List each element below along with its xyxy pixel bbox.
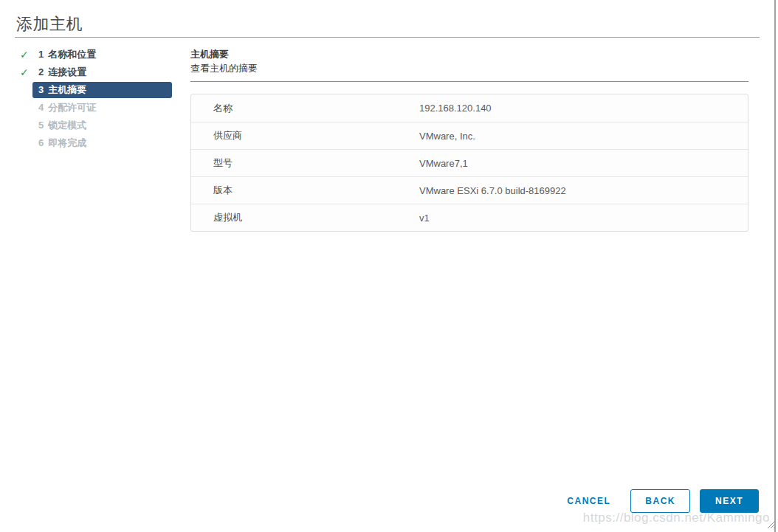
step-number: 1 xyxy=(38,49,44,61)
wizard-footer: CANCEL BACK NEXT xyxy=(564,489,759,513)
add-host-wizard-dialog: { "dialog": { "title": "添加主机", "watermar… xyxy=(0,0,778,532)
host-summary-table: 名称 192.168.120.140 供应商 VMware, Inc. 型号 V… xyxy=(190,94,748,232)
resize-handle-icon[interactable] xyxy=(766,519,776,529)
step-label: 连接设置 xyxy=(48,66,86,78)
row-value: VMware7,1 xyxy=(419,158,468,169)
csdn-watermark: https://blog.csdn.net/Kammingo xyxy=(583,511,770,525)
table-row-vendor: 供应商 VMware, Inc. xyxy=(191,122,748,149)
wizard-step-name-location[interactable]: ✓ 1 名称和位置 xyxy=(16,46,172,63)
step-label: 即将完成 xyxy=(48,137,86,149)
window-right-border xyxy=(774,0,776,532)
page-title: 添加主机 xyxy=(16,13,83,35)
step-label: 分配许可证 xyxy=(48,102,96,114)
panel-subheading: 查看主机的摘要 xyxy=(190,63,748,74)
table-row-version: 版本 VMware ESXi 6.7.0 build-8169922 xyxy=(191,176,748,204)
wizard-step-connection-settings[interactable]: ✓ 2 连接设置 xyxy=(16,63,172,81)
step-label: 主机摘要 xyxy=(48,84,86,96)
title-divider xyxy=(15,37,760,38)
row-label: 名称 xyxy=(191,102,419,115)
row-label: 虚拟机 xyxy=(191,211,419,224)
row-label: 型号 xyxy=(191,156,419,170)
panel-heading: 主机摘要 xyxy=(190,49,748,60)
row-label: 版本 xyxy=(191,184,419,197)
step-number: 2 xyxy=(38,66,44,78)
row-value: 192.168.120.140 xyxy=(419,103,492,114)
active-step-pill: 3 主机摘要 xyxy=(32,82,172,98)
row-label: 供应商 xyxy=(191,129,419,142)
panel-divider xyxy=(190,81,748,82)
wizard-step-host-summary[interactable]: 3 主机摘要 xyxy=(16,81,172,99)
step-number: 4 xyxy=(38,102,44,114)
wizard-step-list: ✓ 1 名称和位置 ✓ 2 连接设置 3 主机摘要 4 分配许可证 5 锁定模式 xyxy=(16,46,172,152)
wizard-step-ready-to-complete: 6 即将完成 xyxy=(16,134,172,152)
step-number: 5 xyxy=(38,120,44,131)
host-summary-panel: 主机摘要 查看主机的摘要 名称 192.168.120.140 供应商 VMwa… xyxy=(190,49,748,232)
step-label: 锁定模式 xyxy=(48,120,86,131)
back-button[interactable]: BACK xyxy=(630,489,690,513)
table-row-name: 名称 192.168.120.140 xyxy=(191,94,748,122)
step-number: 6 xyxy=(38,137,44,149)
step-label: 名称和位置 xyxy=(48,49,96,61)
cancel-button[interactable]: CANCEL xyxy=(564,489,613,513)
row-value: VMware ESXi 6.7.0 build-8169922 xyxy=(419,185,566,196)
check-icon: ✓ xyxy=(16,66,32,78)
next-button[interactable]: NEXT xyxy=(700,489,759,513)
wizard-step-assign-license: 4 分配许可证 xyxy=(16,99,172,117)
table-row-model: 型号 VMware7,1 xyxy=(191,149,748,176)
step-number: 3 xyxy=(38,84,44,96)
row-value: v1 xyxy=(419,213,430,224)
table-row-virtual-machines: 虚拟机 v1 xyxy=(191,204,748,231)
wizard-step-lockdown-mode: 5 锁定模式 xyxy=(16,117,172,134)
check-icon: ✓ xyxy=(16,49,32,61)
row-value: VMware, Inc. xyxy=(419,131,475,142)
